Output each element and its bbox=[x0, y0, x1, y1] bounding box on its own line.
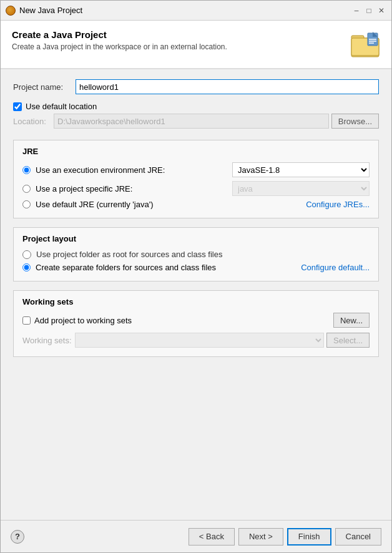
jre-title: JRE bbox=[22, 147, 370, 156]
jre-option1-left: Use an execution environment JRE: bbox=[22, 165, 165, 175]
jre-option2-left: Use a project specific JRE: bbox=[22, 184, 132, 193]
layout-option2-radio[interactable] bbox=[22, 263, 31, 272]
project-name-group: Project name: bbox=[13, 79, 379, 94]
next-button[interactable]: Next > bbox=[238, 528, 283, 546]
layout-option2-left: Create separate folders for sources and … bbox=[22, 263, 216, 272]
header-description: Create a Java project in the workspace o… bbox=[12, 42, 227, 51]
select-working-set-button[interactable]: Select... bbox=[326, 333, 370, 348]
jre-option3-radio[interactable] bbox=[22, 200, 31, 208]
working-sets-label: Working sets: bbox=[22, 336, 72, 345]
jre-option3-label: Use default JRE (currently 'java') bbox=[36, 200, 153, 209]
project-name-label: Project name: bbox=[13, 82, 76, 92]
restore-button[interactable]: □ bbox=[364, 6, 374, 16]
jre-option2-label: Use a project specific JRE: bbox=[36, 184, 132, 193]
finish-button[interactable]: Finish bbox=[287, 528, 331, 546]
use-default-location-checkbox[interactable] bbox=[13, 102, 22, 111]
footer-left: ? bbox=[11, 530, 24, 544]
footer-right: < Back Next > Finish Cancel bbox=[189, 528, 381, 546]
jre-option2-row: Use a project specific JRE: java bbox=[22, 181, 370, 196]
layout-option1-label: Use project folder as root for sources a… bbox=[36, 250, 222, 259]
window: New Java Project – □ ✕ Create a Java Pro… bbox=[0, 0, 392, 553]
jre-specific-select[interactable]: java bbox=[232, 181, 370, 196]
jre-option3-left: Use default JRE (currently 'java') bbox=[22, 200, 153, 209]
use-default-location-label: Use default location bbox=[26, 102, 97, 111]
add-to-working-sets-label: Add project to working sets bbox=[34, 316, 132, 325]
working-sets-select[interactable] bbox=[75, 333, 324, 348]
project-name-input[interactable] bbox=[76, 79, 379, 94]
working-sets-input-row: Working sets: Select... bbox=[22, 333, 370, 348]
header-title: Create a Java Project bbox=[12, 29, 227, 40]
jre-option1-row: Use an execution environment JRE: JavaSE… bbox=[22, 162, 370, 177]
layout-option2-label: Create separate folders for sources and … bbox=[36, 263, 216, 272]
browse-button[interactable]: Browse... bbox=[331, 114, 379, 129]
jre-section: JRE Use an execution environment JRE: Ja… bbox=[13, 140, 379, 218]
window-title: New Java Project bbox=[19, 6, 82, 15]
footer: ? < Back Next > Finish Cancel bbox=[1, 520, 391, 552]
configure-default-link[interactable]: Configure default... bbox=[301, 263, 370, 272]
title-bar-controls: – □ ✕ bbox=[351, 6, 386, 16]
location-label: Location: bbox=[13, 117, 54, 126]
add-to-working-sets-checkbox[interactable] bbox=[22, 316, 31, 325]
location-input[interactable] bbox=[54, 114, 329, 129]
working-sets-add-row: Add project to working sets New... bbox=[22, 313, 370, 328]
working-sets-section: Working sets Add project to working sets… bbox=[13, 290, 379, 357]
close-button[interactable]: ✕ bbox=[376, 6, 386, 16]
working-sets-title: Working sets bbox=[22, 297, 370, 306]
project-layout-title: Project layout bbox=[22, 234, 370, 243]
jre-option2-radio[interactable] bbox=[22, 185, 31, 193]
content: Project name: Use default location Locat… bbox=[1, 69, 391, 520]
folder-icon bbox=[350, 29, 380, 59]
header-text: Create a Java Project Create a Java proj… bbox=[12, 29, 227, 51]
cancel-button[interactable]: Cancel bbox=[335, 528, 381, 546]
layout-option2-row: Create separate folders for sources and … bbox=[22, 263, 370, 272]
jre-option1-label: Use an execution environment JRE: bbox=[36, 165, 165, 175]
jre-option1-radio[interactable] bbox=[22, 166, 31, 174]
app-icon bbox=[6, 6, 16, 16]
title-bar: New Java Project – □ ✕ bbox=[1, 1, 391, 21]
help-button[interactable]: ? bbox=[11, 530, 24, 544]
title-bar-left: New Java Project bbox=[6, 6, 82, 16]
location-group: Location: Browse... bbox=[13, 114, 379, 129]
configure-jres-link[interactable]: Configure JREs... bbox=[306, 200, 370, 209]
jre-option3-row: Use default JRE (currently 'java') Confi… bbox=[22, 200, 370, 209]
use-default-location-row: Use default location bbox=[13, 102, 379, 111]
header-section: Create a Java Project Create a Java proj… bbox=[1, 21, 391, 69]
layout-option1-row: Use project folder as root for sources a… bbox=[22, 250, 370, 259]
header-icon bbox=[350, 29, 380, 59]
working-sets-checkbox-group: Add project to working sets bbox=[22, 316, 132, 325]
jre-environment-select[interactable]: JavaSE-1.8 JavaSE-11 JavaSE-17 bbox=[232, 162, 370, 177]
new-working-set-button[interactable]: New... bbox=[333, 313, 370, 328]
back-button[interactable]: < Back bbox=[189, 528, 235, 546]
project-layout-section: Project layout Use project folder as roo… bbox=[13, 227, 379, 281]
minimize-button[interactable]: – bbox=[351, 6, 361, 16]
layout-option1-radio[interactable] bbox=[22, 250, 31, 259]
